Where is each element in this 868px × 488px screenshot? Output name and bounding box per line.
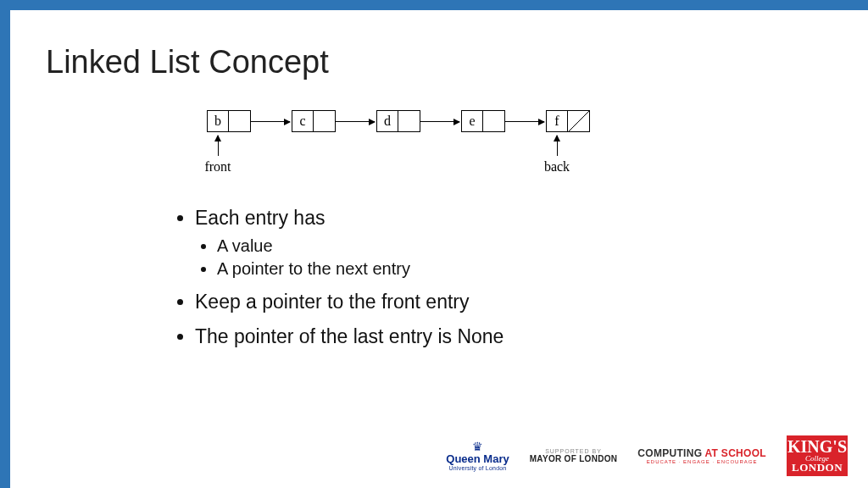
logo-text: KING'S [787, 439, 847, 455]
up-arrow-icon [557, 136, 558, 156]
logo-text: Queen Mary [446, 452, 509, 465]
logo-text: COMPUTING AT SCHOOL [637, 447, 766, 459]
node-pointer [483, 110, 505, 132]
bullet-item: The pointer of the last entry is None [195, 324, 766, 350]
node-value: e [461, 110, 483, 132]
logo-bar: ♛ Queen Mary University of London SUPPOR… [446, 435, 848, 476]
node-pointer [314, 110, 336, 132]
bullet-item: Keep a pointer to the front entry [195, 289, 766, 315]
slide-title: Linked List Concept [46, 44, 329, 80]
next-arrow-icon [420, 121, 459, 122]
crown-icon: ♛ [472, 441, 483, 452]
node-pointer [398, 110, 420, 132]
sub-bullet-item: A pointer to the next entry [217, 258, 766, 280]
node-value: c [292, 110, 314, 132]
node-value: d [376, 110, 398, 132]
next-arrow-icon [336, 121, 375, 122]
queen-mary-logo: ♛ Queen Mary University of London [446, 441, 509, 471]
sub-bullet-item: A value [217, 235, 766, 258]
front-pointer: front [192, 136, 243, 175]
node-pointer [229, 110, 251, 132]
next-arrow-icon [505, 121, 544, 122]
node-value: b [207, 110, 229, 132]
logo-text: MAYOR OF LONDON [530, 454, 618, 463]
node-value: f [546, 110, 568, 132]
bullet-text: Each entry has [195, 207, 325, 229]
svg-line-0 [568, 110, 590, 132]
bullet-item: Each entry has A value A pointer to the … [195, 205, 766, 280]
up-arrow-icon [218, 136, 219, 156]
list-node: c [292, 110, 336, 132]
list-node: b [207, 110, 251, 132]
back-label: back [531, 159, 582, 175]
null-slash-icon [568, 110, 590, 132]
logo-subtext: EDUCATE · ENGAGE · ENCOURAGE [647, 459, 758, 464]
mayor-of-london-logo: SUPPORTED BY MAYOR OF LONDON [530, 448, 618, 463]
kings-college-logo: KING'S College LONDON [787, 435, 848, 476]
logo-subtext: University of London [449, 465, 507, 471]
logo-overline: SUPPORTED BY [545, 448, 602, 454]
node-pointer-null [568, 110, 590, 132]
back-pointer: back [531, 136, 582, 175]
next-arrow-icon [251, 121, 290, 122]
front-label: front [192, 159, 243, 175]
computing-at-school-logo: COMPUTING AT SCHOOL EDUCATE · ENGAGE · E… [637, 447, 766, 464]
list-node: d [376, 110, 420, 132]
linked-list-diagram: b c d e f front [207, 110, 665, 186]
logo-text: LONDON [792, 463, 843, 473]
list-node: f [546, 110, 590, 132]
slide-body: Each entry has A value A pointer to the … [173, 205, 766, 358]
list-node: e [461, 110, 505, 132]
slide: Linked List Concept b c d e f [0, 0, 868, 488]
